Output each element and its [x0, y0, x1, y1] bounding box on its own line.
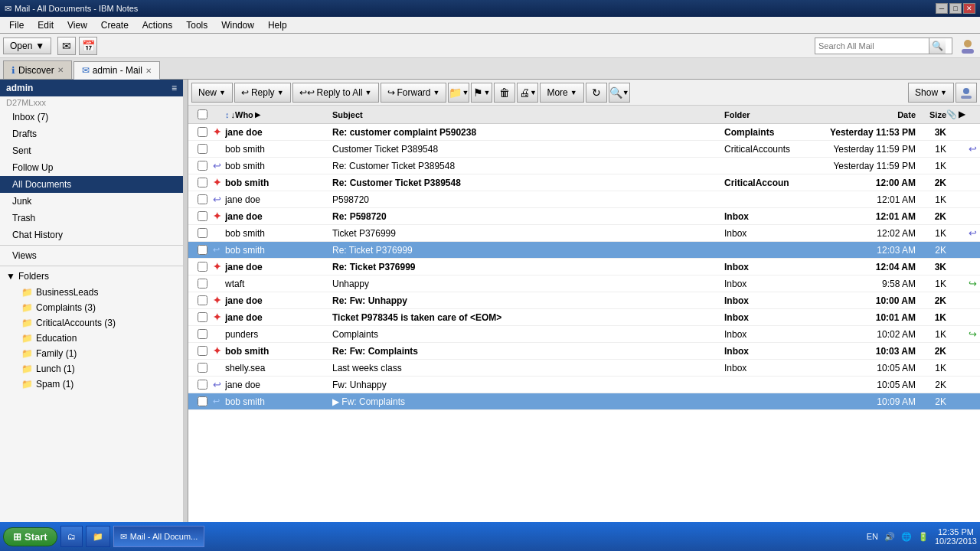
tab-discover[interactable]: ℹ Discover ✕ — [3, 60, 72, 79]
email-row[interactable]: ✦ jane doe Re: customer complaint P59023… — [188, 124, 980, 141]
col-header-check[interactable] — [191, 109, 213, 119]
email-row[interactable]: wtaft Unhappy Inbox 9:58 AM 1K ↪ — [188, 276, 980, 292]
row-checkbox-6[interactable] — [191, 211, 213, 221]
sidebar-item-followup[interactable]: Follow Up — [0, 159, 183, 176]
folder-businessleads[interactable]: 📁 BusinessLeads — [0, 285, 183, 300]
menu-file[interactable]: File — [3, 18, 30, 32]
row-checkbox-7[interactable] — [191, 228, 213, 238]
tab-admin-mail-close[interactable]: ✕ — [145, 67, 152, 75]
row-checkbox-2[interactable] — [191, 144, 213, 154]
search-all-mail-input[interactable] — [815, 41, 929, 51]
taskbar-folder[interactable]: 📁 — [86, 526, 110, 547]
new-button[interactable]: New ▼ — [191, 83, 233, 103]
row-checkbox-3[interactable] — [191, 161, 213, 171]
folder-spam[interactable]: 📁 Spam (1) — [0, 377, 183, 392]
select-all-checkbox[interactable] — [198, 109, 207, 119]
menu-tools[interactable]: Tools — [180, 18, 214, 32]
col-header-folder[interactable]: Folder — [724, 110, 816, 119]
email-row[interactable]: ✦ bob smith Re: Customer Ticket P389548 … — [188, 174, 980, 191]
menu-help[interactable]: Help — [262, 18, 293, 32]
email-row[interactable]: ↩ jane doe Fw: Unhappy 10:05 AM 2K — [188, 377, 980, 393]
email-row[interactable]: bob smith Ticket P376999 Inbox 12:02 AM … — [188, 225, 980, 242]
email-row[interactable]: ↩ bob smith ▶ Fw: Complaints 10:09 AM 2K — [188, 393, 980, 410]
col-header-subject[interactable]: Subject — [332, 110, 724, 119]
col-header-date[interactable]: Date — [816, 110, 916, 119]
row-checkbox-1[interactable] — [191, 127, 213, 137]
folders-header[interactable]: ▼ Folders — [0, 268, 183, 285]
email-row[interactable]: ✦ jane doe Re: Ticket P376999 Inbox 12:0… — [188, 259, 980, 276]
email-row[interactable]: ✦ bob smith Re: Fw: Complaints Inbox 10:… — [188, 343, 980, 360]
email-row[interactable]: ↩ jane doe P598720 12:01 AM 1K — [188, 191, 980, 208]
row-checkbox-12[interactable] — [191, 312, 213, 322]
folder-criticalaccounts[interactable]: 📁 CriticalAccounts (3) — [0, 315, 183, 331]
menu-create[interactable]: Create — [95, 18, 135, 32]
reply-button[interactable]: ↩ Reply ▼ — [234, 83, 291, 103]
col-header-who[interactable]: ↕ ↓Who ▶ — [225, 110, 332, 119]
row-checkbox-13[interactable] — [191, 329, 213, 339]
mail-icon[interactable]: ✉ — [57, 37, 76, 55]
row-checkbox-16[interactable] — [191, 380, 213, 390]
show-button[interactable]: Show ▼ — [908, 83, 954, 103]
tab-admin-mail[interactable]: ✉ admin - Mail ✕ — [74, 61, 160, 80]
row-checkbox-17[interactable] — [191, 396, 213, 406]
taskbar-notes[interactable]: ✉ Mail - All Docum... — [113, 526, 205, 547]
forward-button[interactable]: ↪ Forward ▼ — [381, 83, 447, 103]
email-row[interactable]: ↩ bob smith Re: Ticket P376999 12:03 AM … — [188, 242, 980, 259]
row-action-10: ↪ — [946, 278, 977, 289]
folder-button[interactable]: 📁 ▼ — [448, 83, 469, 103]
sidebar-item-drafts[interactable]: Drafts — [0, 126, 183, 142]
email-row[interactable]: ✦ jane doe Ticket P978345 is taken care … — [188, 309, 980, 326]
row-subject-3: Re: Customer Ticket P389548 — [332, 161, 724, 171]
email-row[interactable]: ↩ bob smith Re: Customer Ticket P389548 … — [188, 158, 980, 174]
row-checkbox-5[interactable] — [191, 194, 213, 204]
search-button[interactable]: 🔍 ▼ — [609, 83, 630, 103]
close-button[interactable]: ✕ — [963, 3, 975, 14]
flag-button[interactable]: ⚑ ▼ — [471, 83, 492, 103]
folder-lunch[interactable]: 📁 Lunch (1) — [0, 361, 183, 377]
print-button[interactable]: 🖨 ▼ — [517, 83, 538, 103]
sidebar-item-junk[interactable]: Junk — [0, 193, 183, 210]
sidebar-collapse-icon[interactable]: ≡ — [172, 83, 177, 93]
minimize-button[interactable]: ─ — [936, 3, 948, 14]
folder-family[interactable]: 📁 Family (1) — [0, 346, 183, 361]
menu-actions[interactable]: Actions — [136, 18, 178, 32]
delete-button[interactable]: 🗑 — [494, 83, 515, 103]
email-row[interactable]: bob smith Customer Ticket P389548 Critic… — [188, 141, 980, 158]
sidebar-item-chathistory[interactable]: Chat History — [0, 227, 183, 243]
row-checkbox-14[interactable] — [191, 346, 213, 356]
menu-edit[interactable]: Edit — [31, 18, 60, 32]
calendar-icon[interactable]: 📅 — [79, 37, 97, 55]
sidebar-item-inbox[interactable]: Inbox (7) — [0, 109, 183, 126]
more-button[interactable]: More ▼ — [540, 83, 583, 103]
restore-button[interactable]: □ — [949, 3, 962, 14]
sidebar-item-views[interactable]: Views — [0, 247, 183, 264]
row-checkbox-9[interactable] — [191, 262, 213, 272]
menu-window[interactable]: Window — [215, 18, 260, 32]
row-checkbox-11[interactable] — [191, 295, 213, 305]
email-row[interactable]: shelly.sea Last weeks class Inbox 10:05 … — [188, 360, 980, 377]
row-checkbox-10[interactable] — [191, 279, 213, 289]
start-button[interactable]: ⊞ Start — [3, 527, 57, 546]
reply-to-all-button[interactable]: ↩↩ Reply to All ▼ — [292, 83, 379, 103]
sidebar-item-alldocs[interactable]: All Documents — [0, 176, 183, 193]
open-button[interactable]: Open ▼ — [3, 37, 51, 54]
row-checkbox-15[interactable] — [191, 363, 213, 373]
tab-discover-close[interactable]: ✕ — [57, 66, 64, 74]
sidebar-item-trash[interactable]: Trash — [0, 210, 183, 227]
contact-icon-btn[interactable] — [956, 83, 977, 103]
search-icon[interactable]: 🔍 — [929, 38, 946, 54]
email-row[interactable]: ✦ jane doe Re: P598720 Inbox 12:01 AM 2K — [188, 208, 980, 225]
col-date-label: Date — [897, 110, 916, 119]
refresh-button[interactable]: ↻ — [586, 83, 607, 103]
folder-complaints[interactable]: 📁 Complaints (3) — [0, 300, 183, 315]
email-row[interactable]: ✦ jane doe Re: Fw: Unhappy Inbox 10:00 A… — [188, 292, 980, 309]
col-header-size[interactable]: Size — [916, 110, 946, 119]
email-row[interactable]: punders Complaints Inbox 10:02 AM 1K ↪ — [188, 326, 980, 343]
row-checkbox-8[interactable] — [191, 245, 213, 255]
search-all-mail-box[interactable]: 🔍 — [815, 37, 952, 54]
taskbar-explorer[interactable]: 🗂 — [60, 526, 83, 547]
menu-view[interactable]: View — [61, 18, 93, 32]
sidebar-item-sent[interactable]: Sent — [0, 142, 183, 159]
folder-education[interactable]: 📁 Education — [0, 331, 183, 346]
row-checkbox-4[interactable] — [191, 178, 213, 187]
